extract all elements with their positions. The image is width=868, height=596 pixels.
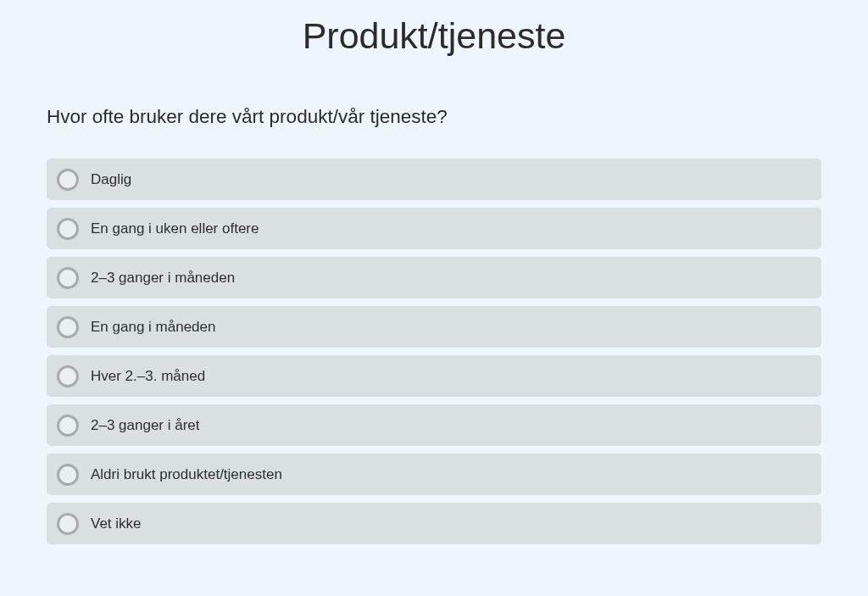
option-label: Aldri brukt produktet/tjenesten [91,466,282,483]
question-text: Hvor ofte bruker dere vårt produkt/vår t… [47,106,821,128]
survey-page: Produkt/tjeneste Hvor ofte bruker dere v… [0,0,868,578]
radio-icon [57,365,79,387]
option-label: 2–3 ganger i måneden [91,270,235,287]
option-label: 2–3 ganger i året [91,417,200,434]
option-label: Daglig [91,171,131,188]
option-6[interactable]: Aldri brukt produktet/tjenesten [47,454,821,495]
options-list: Daglig En gang i uken eller oftere 2–3 g… [47,159,821,544]
radio-icon [57,218,79,240]
option-3[interactable]: En gang i måneden [47,306,821,348]
radio-icon [57,464,79,486]
option-4[interactable]: Hver 2.–3. måned [47,355,821,397]
radio-icon [57,316,79,338]
option-5[interactable]: 2–3 ganger i året [47,404,821,446]
option-0[interactable]: Daglig [47,159,821,200]
option-label: En gang i måneden [91,319,215,336]
option-1[interactable]: En gang i uken eller oftere [47,208,821,249]
option-label: En gang i uken eller oftere [91,220,259,237]
option-7[interactable]: Vet ikke [47,503,821,544]
option-label: Hver 2.–3. måned [91,368,205,385]
radio-icon [57,513,79,535]
page-title: Produkt/tjeneste [47,15,821,57]
radio-icon [57,169,79,191]
option-2[interactable]: 2–3 ganger i måneden [47,257,821,298]
radio-icon [57,415,79,437]
radio-icon [57,267,79,289]
option-label: Vet ikke [91,515,142,532]
